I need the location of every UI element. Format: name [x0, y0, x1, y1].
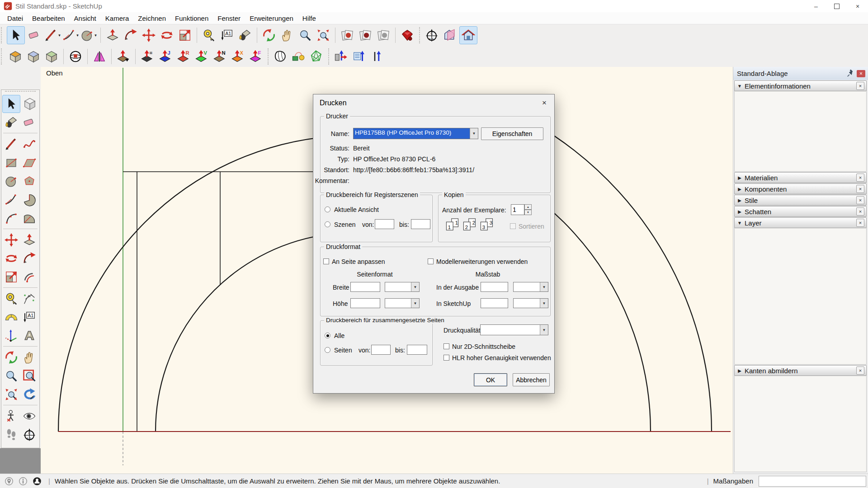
copies-count-input[interactable] [511, 204, 524, 215]
paint-bucket-tool-button[interactable] [236, 27, 254, 44]
spin-up-button[interactable]: ▲ [524, 204, 532, 210]
pages-from-input[interactable] [371, 345, 391, 355]
export-model-button[interactable] [357, 27, 374, 44]
section-slice-checkbox[interactable] [443, 343, 449, 349]
pie-slice-button[interactable] [21, 210, 38, 227]
toolbar-grip[interactable] [1, 48, 5, 65]
chevron-down-icon[interactable]: ▼ [540, 282, 548, 291]
menu-datei[interactable]: Datei [3, 14, 28, 22]
ok-button[interactable]: OK [474, 373, 507, 386]
chevron-right-icon[interactable]: ▶ [735, 198, 745, 203]
width-input[interactable] [350, 282, 380, 292]
follow-me-tool-button[interactable] [122, 27, 139, 44]
previous-view-button[interactable] [21, 386, 38, 403]
minimize-button[interactable]: – [806, 0, 826, 12]
section-close-button[interactable]: × [856, 196, 864, 204]
chevron-down-icon[interactable]: ▼ [735, 84, 745, 89]
height-input[interactable] [350, 298, 380, 308]
line-tool-button[interactable]: ▾ [44, 27, 61, 44]
arc-2pt-button[interactable] [3, 191, 20, 208]
compass-button[interactable]: CA·S [21, 426, 38, 443]
jpp-follow-button[interactable]: F [247, 48, 264, 65]
shell-tool-button[interactable] [272, 48, 289, 65]
menu-fenster[interactable]: Fenster [213, 14, 245, 22]
jpp-round-button[interactable]: R [175, 48, 192, 65]
menu-funktionen[interactable]: Funktionen [170, 14, 213, 22]
zoom-extents-tool-button[interactable] [315, 27, 332, 44]
jpp-equal-button[interactable]: = [139, 48, 156, 65]
dropdown-caret-icon[interactable]: ▾ [58, 33, 61, 38]
section-view-button[interactable] [441, 27, 458, 44]
export-image-button[interactable] [339, 27, 356, 44]
scale-tool-button[interactable] [176, 27, 193, 44]
send-to-layout-button[interactable] [375, 27, 392, 44]
chevron-right-icon[interactable]: ▶ [735, 175, 745, 180]
tray-section-layer[interactable]: ▼Layer× [734, 217, 867, 228]
account-icon[interactable] [32, 476, 42, 486]
tray-section-stile[interactable]: ▶Stile× [734, 195, 867, 206]
protractor-button[interactable] [3, 309, 20, 326]
all-pages-radio[interactable] [325, 333, 330, 338]
paint-bucket-button[interactable] [3, 114, 20, 131]
palette-grip[interactable] [5, 91, 36, 94]
select-tool-button[interactable] [7, 26, 25, 44]
offset-button[interactable] [21, 268, 38, 286]
rotate-tool-button[interactable] [158, 27, 175, 44]
credits-icon[interactable] [18, 476, 28, 486]
menu-erweiterungen[interactable]: Erweiterungen [245, 14, 298, 22]
zoom-extents-button[interactable] [3, 386, 20, 403]
text-button[interactable]: A1 [21, 309, 38, 326]
cancel-button[interactable]: Abbrechen [513, 373, 550, 386]
jpp-joint-button[interactable]: J [157, 48, 174, 65]
3d-text-button[interactable] [21, 327, 38, 344]
arc-tool-button[interactable]: ▾ [62, 27, 79, 44]
menu-ansicht[interactable]: Ansicht [70, 14, 101, 22]
jpp-vector-button[interactable]: V [193, 48, 210, 65]
fit-to-page-checkbox[interactable] [323, 258, 329, 264]
geo-location-icon[interactable] [4, 476, 14, 486]
section-close-button[interactable]: × [856, 219, 864, 227]
tray-section-elementinformationen[interactable]: ▼Elementinformationen× [734, 80, 867, 91]
orbit-button[interactable] [3, 349, 20, 366]
close-button[interactable]: × [847, 0, 868, 12]
dropdown-caret-icon[interactable]: ▾ [76, 33, 79, 38]
rotated-rectangle-button[interactable] [21, 154, 38, 171]
circle-button[interactable] [3, 173, 20, 190]
section-close-button[interactable]: × [856, 82, 864, 90]
mirror-tool-button[interactable] [91, 48, 108, 65]
polygon-button[interactable] [21, 173, 38, 190]
tray-section-materialien[interactable]: ▶Materialien× [734, 172, 867, 183]
extrude-edges-tool-button[interactable] [332, 48, 349, 65]
position-camera-button[interactable] [3, 408, 20, 425]
make-component-button[interactable] [21, 95, 38, 113]
collate-checkbox[interactable] [510, 223, 516, 229]
push-pull-button[interactable] [21, 231, 38, 249]
scale-button[interactable] [3, 268, 20, 286]
model-extents-checkbox[interactable] [428, 258, 434, 264]
section-close-button[interactable]: × [856, 185, 864, 193]
chevron-down-icon[interactable]: ▼ [411, 282, 419, 291]
jpp-extrude-button[interactable]: X [229, 48, 246, 65]
in-sketchup-unit-select[interactable]: ▼ [513, 298, 548, 308]
tape-measure-tool-button[interactable] [200, 27, 217, 44]
rectangle-button[interactable] [3, 154, 20, 171]
arc-3pt-button[interactable] [3, 210, 20, 227]
axes-button[interactable] [3, 327, 20, 344]
tape-measure-button[interactable] [3, 290, 20, 307]
zoom-window-button[interactable] [21, 367, 38, 385]
pin-icon[interactable] [846, 69, 855, 78]
bevel-corner-button[interactable] [43, 48, 60, 65]
dimension-button[interactable] [21, 290, 38, 307]
chevron-right-icon[interactable]: ▶ [735, 187, 745, 192]
freehand-button[interactable] [21, 136, 38, 153]
select-tool-button[interactable] [2, 95, 20, 113]
move-tool-button[interactable] [140, 27, 157, 44]
scenes-to-input[interactable] [411, 219, 430, 229]
scenes-radio[interactable] [325, 221, 330, 227]
ruby-console-button[interactable] [399, 27, 416, 44]
printer-name-select[interactable]: HPB175B8 (HP OfficeJet Pro 8730) ▼ [353, 128, 478, 139]
chevron-down-icon[interactable]: ▼ [735, 221, 745, 225]
zoom-tool-button[interactable] [297, 27, 314, 44]
menu-zeichnen[interactable]: Zeichnen [133, 14, 170, 22]
pages-radio[interactable] [325, 347, 330, 353]
